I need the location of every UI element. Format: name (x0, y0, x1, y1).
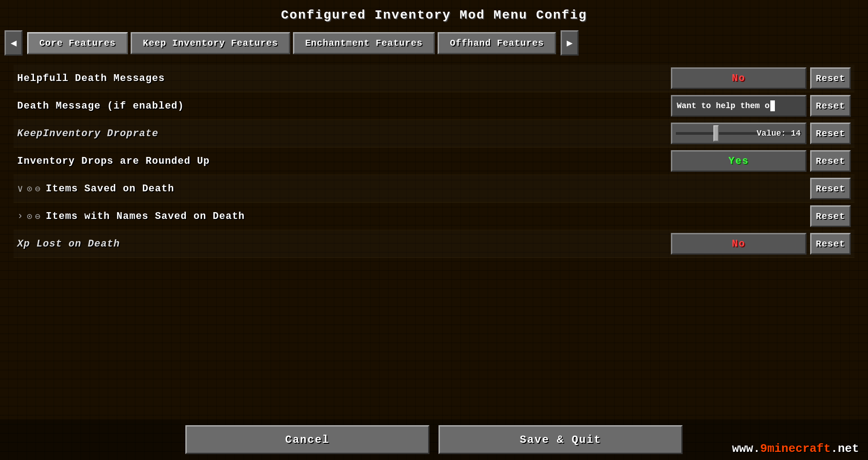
reset-death-message[interactable]: Reset (810, 95, 851, 117)
expand-indicator-items-saved: ∨ (17, 183, 23, 195)
row-death-message: Death Message (if enabled) Want to help … (14, 92, 854, 120)
label-death-message: Death Message (if enabled) (17, 100, 671, 112)
tabs-container: Core Features Keep Inventory Features En… (27, 32, 556, 54)
radio-empty-items-names: ⊖ (35, 211, 40, 222)
control-death-message: Want to help them o Reset (671, 95, 851, 117)
tab-core-features[interactable]: Core Features (27, 32, 128, 54)
expand-indicator-items-names: › (17, 211, 23, 222)
row-inventory-drops-rounded: Inventory Drops are Rounded Up Yes Reset (14, 147, 854, 175)
tab-keep-inventory[interactable]: Keep Inventory Features (131, 32, 290, 54)
watermark-suffix: .net (831, 442, 859, 455)
radio-filled-items-names: ⊙ (27, 211, 32, 222)
label-helpful-death-messages: Helpfull Death Messages (17, 73, 671, 84)
toggle-helpful-death-messages[interactable]: No (671, 67, 807, 89)
label-items-saved-on-death: Items Saved on Death (43, 183, 810, 194)
label-keepinventory-droprate: KeepInventory Droprate (17, 128, 671, 139)
row-items-saved-on-death: ∨ ⊙ ⊖ Items Saved on Death Reset (14, 175, 854, 203)
input-death-message[interactable]: Want to help them o (671, 95, 807, 117)
label-xp-lost-on-death: Xp Lost on Death (17, 238, 671, 250)
death-message-value: Want to help them o (677, 101, 769, 110)
radio-filled-items-saved: ⊙ (27, 183, 32, 194)
text-cursor (770, 100, 775, 111)
content-area: Helpfull Death Messages No Reset Death M… (0, 60, 868, 262)
toggle-inventory-drops-rounded[interactable]: Yes (671, 150, 807, 172)
reset-inventory-drops-rounded[interactable]: Reset (810, 150, 851, 172)
reset-items-with-names-saved[interactable]: Reset (810, 205, 851, 227)
control-xp-lost-on-death: No Reset (671, 233, 851, 255)
reset-xp-lost-on-death[interactable]: Reset (810, 233, 851, 255)
slider-keepinventory-droprate[interactable]: Value: 14 (671, 123, 807, 144)
radio-empty-items-saved: ⊖ (35, 183, 40, 194)
watermark-prefix: www. (732, 442, 760, 455)
title-bar: Configured Inventory Mod Menu Config (0, 0, 868, 28)
toggle-xp-lost-on-death[interactable]: No (671, 233, 807, 255)
reset-helpful-death-messages[interactable]: Reset (810, 67, 851, 89)
nav-arrow-right[interactable]: ▶ (561, 30, 579, 56)
reset-items-saved-on-death[interactable]: Reset (810, 178, 851, 199)
control-inventory-drops-rounded: Yes Reset (671, 150, 851, 172)
control-helpful-death-messages: No Reset (671, 67, 851, 89)
page-title: Configured Inventory Mod Menu Config (281, 8, 587, 22)
cancel-button[interactable]: Cancel (185, 425, 429, 454)
watermark-brand: 9minecraft (760, 442, 831, 455)
nav-arrow-left[interactable]: ◀ (5, 30, 23, 56)
control-items-with-names-saved: If this is on, xp will be lost on death … (810, 205, 851, 227)
control-keepinventory-droprate: Value: 14 Reset (671, 123, 851, 144)
tab-offhand[interactable]: Offhand Features (438, 32, 556, 54)
row-items-with-names-saved: › ⊙ ⊖ Items with Names Saved on Death If… (14, 203, 854, 230)
tab-enchantment[interactable]: Enchantment Features (293, 32, 435, 54)
slider-thumb[interactable] (713, 125, 719, 142)
label-inventory-drops-rounded: Inventory Drops are Rounded Up (17, 156, 671, 167)
row-xp-lost-on-death: Xp Lost on Death No Reset (14, 230, 854, 258)
watermark: www.9minecraft.net (732, 442, 859, 455)
row-helpful-death-messages: Helpfull Death Messages No Reset (14, 65, 854, 92)
row-keepinventory-droprate: KeepInventory Droprate Value: 14 Reset (14, 120, 854, 147)
control-items-saved-on-death: Reset (810, 178, 851, 199)
label-items-with-names-saved: Items with Names Saved on Death (43, 211, 810, 222)
slider-value-display: Value: 14 (757, 129, 801, 138)
tab-navigation: ◀ Core Features Keep Inventory Features … (0, 28, 868, 60)
reset-keepinventory-droprate[interactable]: Reset (810, 123, 851, 144)
save-quit-button[interactable]: Save & Quit (439, 425, 683, 454)
